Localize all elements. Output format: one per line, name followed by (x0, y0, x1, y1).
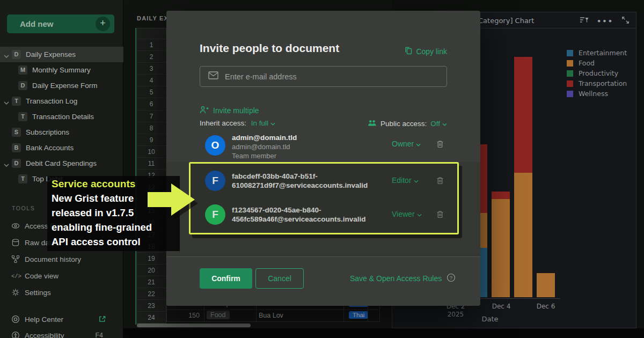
member-note: Team member (232, 151, 387, 160)
table-row[interactable]: 150 Food Bua Lov Thai (166, 310, 379, 322)
role-dropdown[interactable]: Owner (392, 139, 421, 148)
chevron-down-icon[interactable] (4, 161, 9, 165)
accessibility-label: Accessibility (25, 332, 64, 338)
legend-swatch (567, 70, 573, 77)
annotation-heading: Service accounts (52, 177, 152, 191)
row-number[interactable]: 1 (137, 39, 166, 51)
x-tick-label: Dec 6 (527, 303, 565, 311)
row-number[interactable]: 2 (137, 51, 166, 63)
annotation-line: released in v1.7.5 (52, 205, 152, 220)
plus-icon[interactable]: + (96, 17, 110, 31)
cell-amount[interactable]: 150 (166, 312, 200, 319)
cell-category[interactable]: Food (207, 311, 230, 319)
row-number[interactable]: 10 (137, 146, 166, 158)
chevron-down-icon[interactable] (4, 52, 9, 56)
help-center-label: Help Center (25, 315, 63, 324)
chevron-down-icon[interactable] (4, 99, 9, 103)
chart-title: Category] Chart (478, 17, 534, 25)
confirm-button[interactable]: Confirm (200, 268, 252, 289)
row-number[interactable]: 19 (137, 253, 166, 264)
bar-dec-4 (492, 192, 510, 297)
sidebar-page-subscriptions[interactable]: SSubscriptions (0, 124, 123, 140)
sidebar-page-daily-expenses[interactable]: DDaily Expenses (0, 47, 123, 62)
row-number-header[interactable] (137, 28, 166, 39)
legend-item-entertainment[interactable]: Entertainment (567, 48, 627, 58)
dots-menu-icon[interactable]: ••• (597, 17, 613, 25)
legend-item-productivity[interactable]: Productivity (567, 68, 627, 78)
accessibility-icon (11, 331, 20, 338)
database-icon (11, 238, 20, 247)
cell-vendor[interactable]: Bua Lov (259, 312, 283, 319)
row-number[interactable]: 20 (137, 264, 166, 276)
chart-legend: EntertainmentFoodProductivityTransportat… (567, 48, 627, 99)
copy-link-button[interactable]: Copy link (404, 46, 447, 56)
legend-label: Food (579, 59, 595, 67)
legend-item-wellness[interactable]: Wellness (567, 89, 627, 99)
cell-tag-chip[interactable]: Thai (349, 311, 368, 319)
external-link-icon[interactable] (98, 315, 106, 323)
legend-swatch (567, 50, 573, 56)
page-label: Bank Accounts (26, 144, 74, 152)
filter-icon[interactable] (580, 16, 589, 26)
sidebar-page-daily-expense-form[interactable]: DDaily Expense Form (0, 78, 123, 93)
sidebar-page-debit-card-spendings[interactable]: DDebit Card Spendings (0, 156, 123, 171)
page-icon-badge: T (18, 112, 27, 121)
sidebar-page-monthly-summary[interactable]: MMonthly Summary (0, 62, 123, 78)
row-number[interactable]: 6 (137, 98, 166, 110)
sidebar-tool-code-view[interactable]: </>Code view (0, 268, 123, 284)
row-number[interactable]: 11 (137, 158, 166, 170)
sidebar-page-transaction-log[interactable]: TTransaction Log (0, 93, 123, 109)
save-open-access-rules-link[interactable]: Save & Open Access Rules ? (350, 268, 456, 289)
page-icon-badge: S (12, 128, 21, 137)
row-number[interactable]: 9 (137, 134, 166, 146)
sidebar-tool-document-history[interactable]: Document history (0, 251, 123, 268)
invite-dialog: Invite people to document Copy link Ente… (166, 11, 480, 306)
row-number[interactable]: 7 (137, 111, 166, 122)
tools-section-header: TOOLS (12, 205, 35, 211)
page-label: Daily Expense Form (32, 82, 98, 90)
row-number[interactable]: 8 (137, 122, 166, 134)
question-circle-icon[interactable]: ? (447, 273, 456, 284)
bar-segment-transportation (492, 192, 510, 199)
sidebar-page-transaction-details[interactable]: TTransaction Details (0, 109, 123, 124)
invite-multiple-button[interactable]: Invite multiple (200, 106, 259, 115)
row-number[interactable]: 23 (137, 300, 166, 312)
copy-icon (404, 46, 412, 56)
person-plus-icon (200, 106, 209, 115)
sidebar: Add new + DDaily ExpensesMMonthly Summar… (0, 0, 123, 338)
sidebar-item-help-center[interactable]: Help Center (0, 311, 123, 327)
page-icon-badge: M (18, 65, 27, 75)
bar-dec-6 (537, 273, 555, 297)
email-input[interactable]: Enter e-mail address (200, 66, 447, 87)
horizontal-scrollbar[interactable] (137, 324, 251, 327)
bar-segment-food (514, 173, 532, 297)
legend-item-transportation[interactable]: Transportation (567, 78, 627, 89)
sidebar-tool-settings[interactable]: Settings (0, 284, 123, 301)
trash-icon[interactable] (436, 139, 444, 148)
accessibility-shortcut: F4 (95, 332, 103, 338)
expand-icon[interactable] (621, 16, 630, 26)
annotation-line: New Grist feature (52, 191, 152, 205)
row-number[interactable]: 22 (137, 288, 166, 300)
row-number[interactable]: 21 (137, 276, 166, 288)
bar-segment-food (537, 273, 555, 297)
add-new-button[interactable]: Add new + (7, 14, 114, 33)
bar-dec-5 (514, 57, 532, 297)
page-label: Transaction Log (26, 97, 77, 105)
eye-icon (11, 222, 20, 230)
page-label: Transaction Details (32, 113, 94, 121)
page-icon-badge: T (12, 97, 21, 106)
row-number[interactable]: 3 (137, 63, 166, 75)
legend-item-food[interactable]: Food (567, 58, 627, 68)
sidebar-page-bank-accounts[interactable]: BBank Accounts (0, 140, 123, 156)
dialog-footer-divider (166, 256, 480, 257)
row-number[interactable]: 24 (137, 312, 166, 324)
member-email: admin@domain.tld (232, 142, 387, 151)
cancel-button[interactable]: Cancel (255, 268, 304, 289)
chevron-down-icon (416, 139, 421, 148)
row-number[interactable]: 5 (137, 86, 166, 98)
row-number[interactable]: 4 (137, 75, 166, 86)
legend-label: Transportation (579, 79, 627, 87)
sidebar-item-accessibility[interactable]: Accessibility F4 (0, 327, 123, 338)
tool-label: Document history (25, 255, 81, 263)
